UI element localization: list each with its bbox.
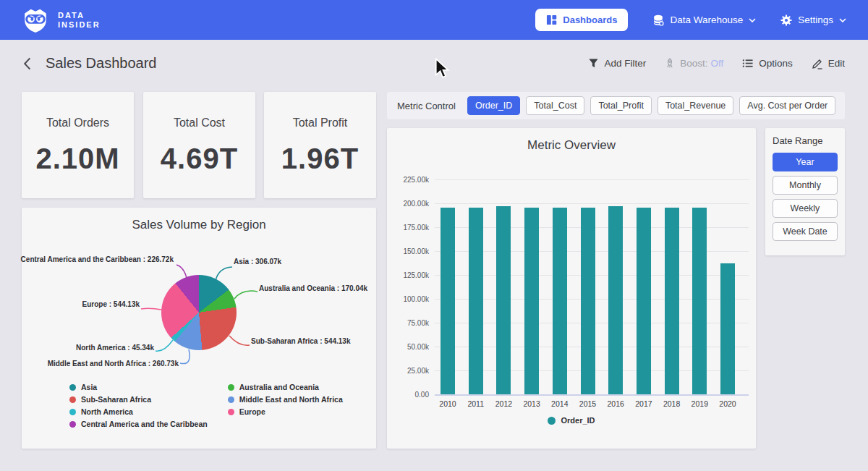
metric-button-order-id[interactable]: Order_ID [467, 96, 520, 115]
pie-callout-sub-saharan-africa: Sub-Saharan Africa : 544.13k [251, 337, 350, 345]
x-axis-line [435, 394, 749, 396]
bar-2015[interactable] [581, 208, 595, 394]
date-range-button-monthly[interactable]: Monthly [773, 176, 838, 195]
pie-legend-item-middle-east-and-north-africa[interactable]: Middle East and North Africa [228, 395, 343, 404]
kpi-label: Total Profit [264, 116, 376, 130]
edit-pencil-icon [812, 58, 823, 69]
pie-legend-item-north-america[interactable]: North America [69, 407, 208, 416]
pie-callout-central-america-and-the-caribbean: Central America and the Caribbean : 226.… [21, 255, 174, 263]
x-tick-label-2015: 2015 [574, 399, 603, 408]
settings-menu[interactable]: Settings [780, 14, 846, 26]
bar-2017[interactable] [637, 208, 651, 394]
settings-label: Settings [798, 14, 833, 25]
kpi-value: 4.69T [143, 143, 255, 175]
date-range-label: Date Range [773, 135, 838, 146]
bar-2018[interactable] [665, 208, 679, 394]
y-tick-label: 0.00 [391, 391, 429, 399]
boost-label: Boost: [680, 58, 707, 69]
pie-chart[interactable] [161, 275, 237, 350]
pie-chart-card: Sales Volume by Region Asia : 306.07kAus… [22, 208, 376, 449]
rocket-icon [665, 58, 675, 69]
data-warehouse-menu[interactable]: Data Warehouse [652, 14, 756, 26]
metric-button-avg-cost-per-order[interactable]: Avg. Cost per Order [739, 96, 835, 115]
bar-2019[interactable] [692, 208, 707, 394]
x-tick-label-2010: 2010 [433, 399, 462, 408]
add-filter-button[interactable]: Add Filter [588, 58, 646, 69]
pie-legend-item-australia-and-oceania[interactable]: Australia and Oceania [228, 383, 343, 391]
database-icon [652, 14, 664, 26]
x-tick-label-2016: 2016 [601, 399, 630, 408]
y-tick-label: 100.00k [391, 295, 429, 303]
legend-dot [69, 396, 76, 403]
x-tick-label-2014: 2014 [545, 399, 574, 408]
pie-legend: AsiaSub-Saharan AfricaNorth AmericaCentr… [69, 383, 343, 428]
date-range-buttons: YearMonthlyWeeklyWeek Date [773, 153, 838, 241]
bar-legend[interactable]: Order_ID [387, 416, 756, 425]
edit-button[interactable]: Edit [812, 58, 845, 69]
legend-dot [69, 409, 76, 415]
edit-label: Edit [828, 58, 845, 69]
x-tick-label-2011: 2011 [461, 399, 490, 408]
bar-2020[interactable] [720, 263, 735, 394]
dashboards-button[interactable]: Dashboards [535, 9, 628, 31]
legend-dot [69, 421, 76, 428]
gear-icon [780, 14, 792, 26]
date-range-card: Date Range YearMonthlyWeeklyWeek Date [765, 128, 845, 255]
kpi-card-total-cost: Total Cost 4.69T [143, 92, 255, 198]
pie-callout-europe: Europe : 544.13k [82, 300, 140, 308]
pie-callout-middle-east-and-north-africa: Middle East and North Africa : 260.73k [48, 360, 179, 368]
metric-button-total-revenue[interactable]: Total_Revenue [658, 96, 733, 115]
kpi-label: Total Orders [22, 116, 134, 130]
metric-control-strip: Metric Control Order_IDTotal_CostTotal_P… [387, 92, 845, 119]
boost-toggle[interactable]: Boost: Off [665, 58, 723, 69]
x-tick-label-2018: 2018 [658, 399, 686, 408]
y-tick-label: 225.00k [391, 176, 429, 184]
pie-legend-item-central-america-and-the-caribbean[interactable]: Central America and the Caribbean [69, 420, 208, 428]
x-tick-label-2012: 2012 [489, 399, 518, 408]
page-title: Sales Dashboard [46, 55, 156, 72]
date-range-button-weekly[interactable]: Weekly [773, 199, 838, 218]
gridline [435, 203, 749, 204]
kpi-card-total-profit: Total Profit 1.96T [264, 92, 376, 198]
legend-label: Central America and the Caribbean [81, 420, 208, 428]
y-tick-label: 175.00k [391, 224, 429, 232]
x-tick-label-2013: 2013 [517, 399, 546, 408]
bar-2010[interactable] [441, 208, 455, 394]
pie-legend-item-sub-saharan-africa[interactable]: Sub-Saharan Africa [69, 395, 208, 404]
kpi-value: 1.96T [264, 143, 376, 175]
brand-line2: INSIDER [58, 20, 101, 30]
options-button[interactable]: Options [742, 58, 793, 69]
data-warehouse-label: Data Warehouse [670, 14, 743, 25]
metric-button-total-cost[interactable]: Total_Cost [526, 96, 584, 115]
bar-2013[interactable] [524, 208, 539, 394]
bar-2011[interactable] [469, 208, 483, 394]
kpi-value: 2.10M [22, 143, 134, 175]
metric-button-total-profit[interactable]: Total_Profit [590, 96, 652, 115]
options-list-icon [742, 58, 754, 69]
date-range-button-year[interactable]: Year [773, 153, 838, 171]
bar-2016[interactable] [608, 206, 623, 394]
date-range-button-week-date[interactable]: Week Date [773, 222, 838, 241]
legend-label: Europe [239, 407, 265, 416]
kpi-card-total-orders: Total Orders 2.10M [22, 92, 134, 198]
bar-2014[interactable] [553, 208, 567, 394]
x-tick-label-2017: 2017 [629, 399, 658, 408]
legend-dot [228, 396, 234, 403]
top-nav: DATA INSIDER Dashboards [0, 0, 868, 40]
brand-logo[interactable]: DATA INSIDER [22, 7, 101, 34]
page-header: Sales Dashboard Add Filter Boost: Off [0, 40, 868, 87]
chevron-down-icon [839, 18, 846, 22]
chevron-down-icon [749, 18, 756, 22]
bar-2012[interactable] [496, 206, 511, 394]
bar-chart-title: Metric Overview [387, 138, 756, 153]
pie-legend-item-asia[interactable]: Asia [69, 383, 208, 391]
dashboard-grid-icon [546, 14, 557, 25]
filter-funnel-icon [588, 58, 599, 69]
y-tick-label: 150.00k [391, 247, 429, 255]
page-header-left: Sales Dashboard [23, 55, 156, 72]
back-button[interactable] [23, 57, 31, 70]
legend-dot [69, 384, 76, 391]
legend-label: Asia [81, 383, 97, 391]
pie-legend-item-europe[interactable]: Europe [228, 407, 343, 416]
owl-logo-icon [22, 7, 49, 34]
